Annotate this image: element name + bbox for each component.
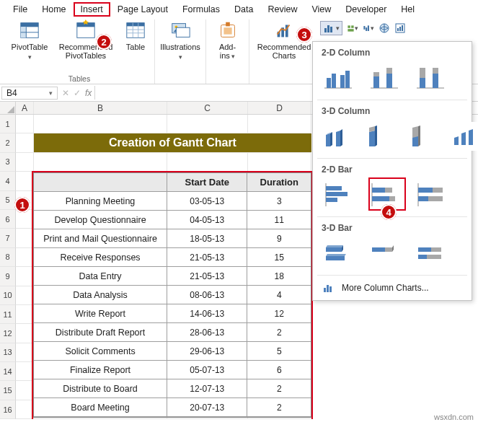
- cell[interactable]: [167, 115, 248, 133]
- svg-rect-50: [433, 74, 438, 88]
- pivottable-button[interactable]: PivotTable: [9, 19, 50, 61]
- menu-tab-data[interactable]: Data: [227, 2, 260, 17]
- name-box[interactable]: B4 ▾: [1, 87, 58, 100]
- 100-stacked-column-icon[interactable]: [414, 63, 447, 92]
- menu-tab-review[interactable]: Review: [260, 2, 304, 17]
- col-header[interactable]: D: [248, 102, 311, 114]
- cell[interactable]: [34, 153, 167, 172]
- cell[interactable]: [16, 400, 34, 419]
- cell[interactable]: [248, 115, 311, 133]
- row-header[interactable]: 8: [0, 248, 16, 267]
- insert-hierarchy-chart-button[interactable]: ▾: [347, 22, 358, 34]
- menu-tab-file[interactable]: File: [6, 2, 35, 17]
- 100-stacked-bar-icon[interactable]: [414, 180, 447, 209]
- table-row[interactable]: Write Report14-06-1312: [34, 304, 311, 323]
- cell[interactable]: [248, 153, 311, 172]
- 3d-column-icon[interactable]: [451, 122, 478, 151]
- table-button[interactable]: Table: [121, 19, 150, 51]
- menu-tab-hel[interactable]: Hel: [394, 2, 422, 17]
- row-header[interactable]: 6: [0, 210, 16, 229]
- menu-tab-developer[interactable]: Developer: [338, 2, 394, 17]
- clustered-column-icon[interactable]: [322, 63, 355, 92]
- clustered-bar-icon[interactable]: [322, 180, 355, 209]
- addins-button[interactable]: Add- ins: [213, 19, 242, 61]
- col-header[interactable]: B: [34, 102, 167, 114]
- row-header[interactable]: 9: [0, 267, 16, 286]
- 3d-stacked-bar-icon[interactable]: [368, 239, 401, 268]
- table-row[interactable]: Develop Questionnaire04-05-1311: [34, 211, 311, 229]
- menu-tab-page-layout[interactable]: Page Layout: [110, 2, 175, 17]
- 3d-stacked-column-icon[interactable]: [365, 122, 395, 151]
- svg-rect-48: [420, 78, 425, 88]
- row-header[interactable]: 12: [0, 324, 16, 343]
- table-row[interactable]: Distribute Draft Report28-06-132: [34, 323, 311, 342]
- illustrations-button[interactable]: Illustrations: [159, 19, 201, 61]
- cell[interactable]: [16, 210, 34, 229]
- svg-rect-37: [327, 78, 331, 88]
- table-row[interactable]: Receive Responses21-05-1315: [34, 248, 311, 267]
- menu-tab-insert[interactable]: Insert: [74, 2, 110, 17]
- table-row[interactable]: Board Meeting20-07-132: [34, 398, 311, 417]
- row-header[interactable]: 5: [0, 191, 16, 210]
- row-header[interactable]: 3: [0, 153, 16, 172]
- table-row[interactable]: Solicit Comments29-06-135: [34, 342, 311, 361]
- row-header[interactable]: 15: [0, 381, 16, 400]
- maps-button[interactable]: [379, 22, 390, 34]
- 3d-100-stacked-bar-icon[interactable]: [414, 239, 447, 268]
- row-header[interactable]: 1: [0, 115, 16, 133]
- cell[interactable]: [34, 115, 167, 133]
- row-header[interactable]: 7: [0, 229, 16, 247]
- fx-icon[interactable]: fx: [85, 88, 92, 98]
- row-header[interactable]: 10: [0, 286, 16, 305]
- svg-rect-67: [326, 192, 348, 196]
- table-row[interactable]: Print and Mail Questionnaire18-05-139: [34, 229, 311, 248]
- insert-column-chart-button[interactable]: ▾: [320, 21, 342, 35]
- cell[interactable]: [16, 115, 34, 133]
- svg-marker-61: [418, 126, 420, 146]
- cell[interactable]: [16, 248, 34, 267]
- row-header[interactable]: 2: [0, 133, 16, 152]
- table-row[interactable]: Distribute to Board12-07-132: [34, 379, 311, 398]
- badge-2: 2: [96, 34, 112, 50]
- row-header[interactable]: 16: [0, 400, 16, 419]
- col-header[interactable]: C: [167, 102, 248, 114]
- cell[interactable]: [16, 381, 34, 400]
- table-row[interactable]: Data Analysis08-06-134: [34, 286, 311, 304]
- col-header[interactable]: A: [16, 102, 34, 114]
- cell[interactable]: [16, 153, 34, 172]
- row-header[interactable]: 4: [0, 172, 16, 190]
- more-column-charts[interactable]: More Column Charts...: [313, 276, 472, 300]
- cell[interactable]: [16, 267, 34, 286]
- cell[interactable]: [16, 362, 34, 381]
- cell[interactable]: [16, 286, 34, 305]
- cell[interactable]: [16, 305, 34, 324]
- cell[interactable]: [16, 324, 34, 343]
- cell[interactable]: [16, 229, 34, 247]
- cell-start: 28-06-13: [167, 323, 247, 342]
- table-row[interactable]: Planning Meeting03-05-133: [34, 192, 311, 211]
- 3d-clustered-column-icon[interactable]: [322, 122, 352, 151]
- row-header[interactable]: 13: [0, 343, 16, 362]
- table-row[interactable]: Finalize Report05-07-136: [34, 361, 311, 379]
- 3d-clustered-bar-icon[interactable]: [322, 239, 355, 268]
- cell[interactable]: [16, 172, 34, 190]
- svg-rect-76: [418, 188, 433, 193]
- chevron-down-icon: ▾: [49, 89, 53, 97]
- svg-rect-24: [330, 27, 332, 32]
- row-header[interactable]: 14: [0, 362, 16, 381]
- 3d-100-stacked-column-icon[interactable]: [408, 122, 438, 151]
- cell[interactable]: [16, 343, 34, 362]
- menu-tab-view[interactable]: View: [304, 2, 338, 17]
- cell[interactable]: [16, 133, 34, 152]
- menu-tab-home[interactable]: Home: [35, 2, 73, 17]
- menu-tab-formulas[interactable]: Formulas: [175, 2, 227, 17]
- svg-marker-51: [326, 133, 330, 146]
- svg-rect-42: [373, 76, 379, 88]
- row-header[interactable]: 11: [0, 305, 16, 324]
- table-row[interactable]: Data Entry21-05-1318: [34, 267, 311, 286]
- pivotchart-button[interactable]: [394, 22, 406, 34]
- stacked-column-icon[interactable]: [368, 63, 401, 92]
- insert-waterfall-button[interactable]: ▾: [363, 22, 374, 34]
- select-all-corner[interactable]: [0, 102, 16, 114]
- cell[interactable]: [167, 153, 248, 172]
